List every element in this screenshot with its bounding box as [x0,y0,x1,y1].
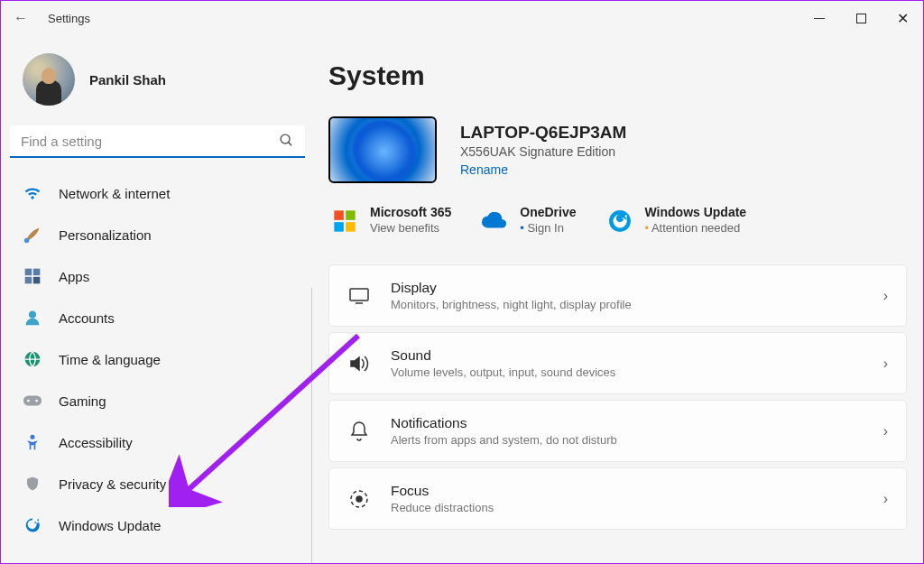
device-name: LAPTOP-Q6EJP3AM [460,123,626,143]
svg-rect-3 [25,269,32,276]
wifi-icon [23,183,42,203]
windows-update-icon [604,205,636,237]
sidebar-item-label: Personalization [59,227,152,243]
svg-rect-16 [346,222,356,231]
sidebar-item-accounts[interactable]: Accounts [10,299,305,337]
sidebar: Pankil Shah Network & internet Personali… [1,35,312,563]
sidebar-item-label: Time & language [59,352,161,367]
onedrive-title: OneDrive [520,205,576,219]
onedrive-icon [478,205,511,237]
globe-icon [23,349,42,369]
svg-rect-4 [33,269,41,276]
setting-title: Display [391,280,864,296]
svg-point-12 [31,435,35,439]
shield-icon [23,474,42,494]
sidebar-item-label: Privacy & security [59,476,166,492]
windows-update-card[interactable]: Windows Update Attention needed [604,205,747,237]
titlebar: ← Settings — ✕ [1,1,923,35]
back-button[interactable]: ← [14,10,28,26]
svg-point-2 [24,238,29,244]
svg-rect-9 [23,396,42,406]
chevron-right-icon: › [883,356,888,372]
sidebar-item-update[interactable]: Windows Update [10,506,305,544]
brush-icon [23,225,42,245]
device-model: X556UAK Signature Edition [460,144,626,159]
svg-point-11 [35,400,38,402]
setting-sub: Monitors, brightness, night light, displ… [391,298,864,311]
settings-item-notifications[interactable]: Notifications Alerts from apps and syste… [328,400,907,462]
chevron-right-icon: › [883,288,888,304]
microsoft365-card[interactable]: Microsoft 365 View benefits [328,205,451,237]
sidebar-item-time[interactable]: Time & language [10,340,305,378]
window-title: Settings [48,12,90,25]
setting-sub: Alerts from apps and system, do not dist… [391,433,864,447]
svg-rect-13 [334,210,344,220]
update-icon [23,515,42,535]
m365-sub: View benefits [370,221,451,235]
focus-icon [347,487,371,511]
sidebar-item-privacy[interactable]: Privacy & security [10,465,305,503]
update-title: Windows Update [645,205,747,219]
svg-rect-18 [350,289,368,300]
close-button[interactable]: ✕ [882,1,923,35]
onedrive-card[interactable]: OneDrive Sign In [478,205,576,237]
sidebar-item-accessibility[interactable]: Accessibility [10,423,305,461]
setting-sub: Reduce distractions [391,501,864,514]
m365-title: Microsoft 365 [370,205,451,219]
chevron-right-icon: › [883,491,888,507]
sidebar-item-label: Gaming [59,393,106,409]
settings-item-focus[interactable]: Focus Reduce distractions › [328,467,907,530]
sidebar-item-label: Accessibility [59,435,133,450]
accessibility-icon [23,432,42,452]
rename-link[interactable]: Rename [460,162,508,177]
settings-list: Display Monitors, brightness, night ligh… [328,264,907,530]
svg-rect-14 [346,210,356,220]
bell-icon [347,420,371,443]
setting-sub: Volume levels, output, input, sound devi… [391,365,864,379]
profile-block[interactable]: Pankil Shah [10,48,305,124]
settings-item-display[interactable]: Display Monitors, brightness, night ligh… [328,264,907,327]
display-icon [347,284,371,308]
person-icon [23,308,42,328]
settings-item-sound[interactable]: Sound Volume levels, output, input, soun… [328,332,907,394]
onedrive-sub: Sign In [520,221,576,235]
gamepad-icon [23,391,42,411]
update-sub: Attention needed [645,221,747,235]
svg-point-17 [609,210,631,232]
device-thumbnail [328,116,437,183]
svg-point-10 [27,400,30,402]
avatar [23,53,75,106]
svg-point-7 [29,311,36,319]
search-icon [279,133,294,153]
sidebar-item-label: Accounts [59,310,115,326]
sidebar-item-label: Network & internet [59,186,170,201]
setting-title: Notifications [391,415,864,431]
apps-icon [23,266,42,286]
sidebar-item-personalization[interactable]: Personalization [10,216,305,254]
sidebar-item-apps[interactable]: Apps [10,257,305,295]
svg-rect-5 [25,277,32,284]
sidebar-item-label: Apps [59,269,89,284]
minimize-button[interactable]: — [799,1,840,35]
svg-point-21 [356,496,362,502]
main-content: System LAPTOP-Q6EJP3AM X556UAK Signature… [312,35,923,563]
device-summary: LAPTOP-Q6EJP3AM X556UAK Signature Editio… [328,116,907,183]
search-input[interactable] [10,125,305,158]
microsoft365-icon [328,205,361,237]
sidebar-item-label: Windows Update [59,518,161,533]
maximize-button[interactable] [840,1,882,35]
chevron-right-icon: › [883,423,888,439]
page-title: System [328,60,907,91]
svg-point-0 [281,134,290,143]
svg-rect-6 [33,277,41,284]
search-box[interactable] [10,125,305,158]
setting-title: Sound [391,347,864,364]
cloud-services-row: Microsoft 365 View benefits OneDrive Sig… [328,205,907,237]
svg-line-1 [289,143,292,146]
sound-icon [347,352,371,375]
sidebar-item-gaming[interactable]: Gaming [10,382,305,420]
svg-rect-15 [334,222,344,231]
setting-title: Focus [391,483,864,499]
username: Pankil Shah [89,72,166,88]
sidebar-item-network[interactable]: Network & internet [10,174,305,212]
